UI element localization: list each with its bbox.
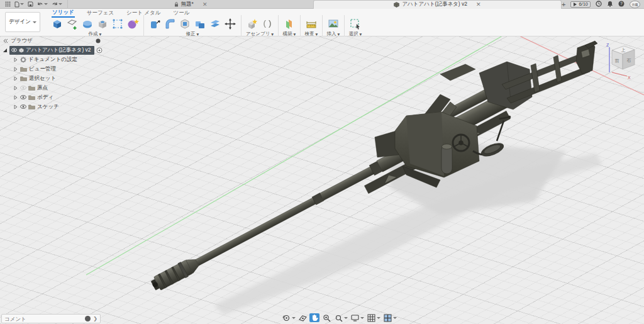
- zoom-icon[interactable]: [321, 313, 331, 322]
- group-create: 作成▾: [48, 17, 142, 37]
- grid-settings-dropdown[interactable]: [377, 317, 380, 319]
- tab-document-close-icon[interactable]: ✕: [476, 1, 481, 8]
- browser-root-row[interactable]: アハトアハト(記事ネタ) v2: [0, 45, 104, 55]
- pattern-icon[interactable]: [111, 17, 125, 31]
- viewports-dropdown[interactable]: [393, 317, 397, 319]
- group-insert: 挿入▾: [324, 17, 343, 37]
- move-icon[interactable]: [223, 17, 237, 31]
- create-form-icon[interactable]: [126, 17, 140, 31]
- comment-bar[interactable]: ❯: [1, 314, 101, 323]
- select-icon[interactable]: [348, 17, 362, 31]
- activate-component-radio[interactable]: [96, 47, 103, 53]
- notifications-bell-icon[interactable]: [607, 1, 613, 8]
- grid-settings-icon[interactable]: [366, 313, 376, 322]
- expander-icon[interactable]: [13, 104, 18, 109]
- svg-text:前: 前: [615, 59, 619, 63]
- expander-icon[interactable]: [13, 76, 18, 81]
- ribbon-tabs: ソリッド サーフェス シート メタル ツール: [48, 9, 644, 17]
- fit-dropdown[interactable]: [344, 317, 348, 319]
- browser-item-sketches[interactable]: スケッチ: [0, 102, 104, 111]
- browser-item-document-settings[interactable]: ドキュメントの設定: [0, 55, 104, 64]
- display-settings-icon[interactable]: [350, 313, 360, 322]
- new-component-icon[interactable]: [245, 17, 259, 31]
- combine-icon[interactable]: [193, 17, 207, 31]
- redo-icon[interactable]: [52, 2, 62, 7]
- expander-icon[interactable]: [13, 67, 18, 72]
- orbit-icon[interactable]: [281, 313, 291, 322]
- file-menu-icon[interactable]: [14, 1, 24, 8]
- insert-image-icon[interactable]: [326, 17, 340, 31]
- new-tab-button[interactable]: +: [562, 1, 565, 8]
- viewcube-x-label: X: [628, 75, 631, 80]
- tab-tools[interactable]: ツール: [172, 9, 190, 17]
- fit-icon[interactable]: [333, 313, 343, 322]
- hole-icon[interactable]: [96, 17, 109, 31]
- viewports-icon[interactable]: [382, 313, 392, 322]
- fillet-icon[interactable]: [163, 17, 177, 31]
- browser-root-label: アハトアハト(記事ネタ) v2: [26, 47, 91, 54]
- tab-solid[interactable]: ソリッド: [52, 9, 75, 18]
- display-settings-dropdown[interactable]: [360, 317, 364, 319]
- group-inspect: 検査▾: [302, 17, 321, 37]
- tab-untitled-label: 無題*: [181, 1, 194, 8]
- toolbar: デザイン ソリッド サーフェス シート メタル ツール: [0, 9, 644, 36]
- fusion360-window: 無題* ✕ アハトアハト(記事ネタ) v2 ✕ + 6/10 ? 佐藤 デザイン: [0, 0, 644, 324]
- svg-text:?: ?: [620, 1, 623, 6]
- folder-icon: [28, 104, 35, 109]
- construction-plane-icon[interactable]: [282, 17, 296, 31]
- pan-icon[interactable]: [309, 313, 319, 322]
- expander-icon[interactable]: [13, 86, 18, 91]
- measure-icon[interactable]: [304, 17, 318, 31]
- joint-icon[interactable]: [260, 17, 274, 31]
- shell-icon[interactable]: [178, 17, 192, 31]
- workspace-selector[interactable]: デザイン: [5, 12, 40, 32]
- help-icon[interactable]: ?: [618, 1, 625, 8]
- split-body-icon[interactable]: [208, 17, 222, 31]
- comment-input[interactable]: [4, 316, 82, 322]
- create-sketch-icon[interactable]: [65, 17, 79, 31]
- browser-item-view-management[interactable]: ビュー管理: [0, 64, 104, 74]
- folder-icon: [28, 85, 35, 91]
- tab-untitled-close-icon[interactable]: ✕: [203, 1, 208, 8]
- expander-icon[interactable]: [13, 57, 18, 62]
- browser-filter-icon[interactable]: [96, 38, 101, 43]
- expander-icon[interactable]: [13, 95, 18, 100]
- user-avatar[interactable]: 佐藤: [630, 1, 640, 8]
- viewcube-x-axis: [612, 72, 627, 76]
- navigation-bar: [281, 313, 397, 323]
- browser-title: ブラウザ: [11, 37, 33, 45]
- view-cube[interactable]: Z X 上 前 右: [606, 43, 635, 80]
- browser-panel: ブラウザ アハトアハト(記事ネタ) v2 ドキュメントの設定 ビュー管: [0, 36, 104, 111]
- tab-surface[interactable]: サーフェス: [86, 9, 114, 17]
- undo-icon[interactable]: [37, 2, 48, 7]
- visibility-eye-icon[interactable]: [20, 95, 26, 99]
- orbit-dropdown[interactable]: [292, 317, 296, 319]
- save-icon[interactable]: [28, 1, 33, 7]
- collapse-panel-icon[interactable]: [3, 38, 8, 43]
- browser-item-selection-sets[interactable]: 選択セット: [0, 74, 104, 83]
- browser-item-bodies[interactable]: ボディ: [0, 92, 104, 102]
- svg-text:上: 上: [621, 48, 626, 52]
- group-select: 選択▾: [346, 17, 365, 37]
- visibility-eye-off-icon[interactable]: [20, 86, 26, 90]
- svg-text:右: 右: [627, 58, 631, 63]
- job-status-badge[interactable]: 6/10: [570, 1, 591, 8]
- look-at-icon[interactable]: [297, 313, 308, 322]
- tab-document-active[interactable]: アハトアハト(記事ネタ) v2 ✕: [313, 0, 562, 9]
- lock-icon: [174, 2, 179, 7]
- group-construct: 構築▾: [280, 17, 299, 37]
- press-pull-icon[interactable]: [148, 17, 162, 31]
- browser-item-origin[interactable]: 原点: [0, 83, 104, 92]
- app-grid-icon[interactable]: [5, 1, 11, 7]
- root-expander-icon[interactable]: [3, 48, 8, 53]
- extrude-icon[interactable]: [50, 17, 64, 31]
- folder-icon: [28, 94, 35, 100]
- comment-expand-icon[interactable]: ❯: [93, 316, 97, 321]
- visibility-eye-icon[interactable]: [11, 48, 17, 52]
- comment-avatar-icon: [85, 316, 91, 321]
- visibility-eye-icon[interactable]: [20, 104, 26, 109]
- tab-untitled[interactable]: 無題* ✕: [67, 0, 313, 9]
- form-icon[interactable]: [80, 17, 94, 31]
- job-status-icon: [573, 2, 577, 7]
- extensions-clock-icon[interactable]: [596, 1, 602, 8]
